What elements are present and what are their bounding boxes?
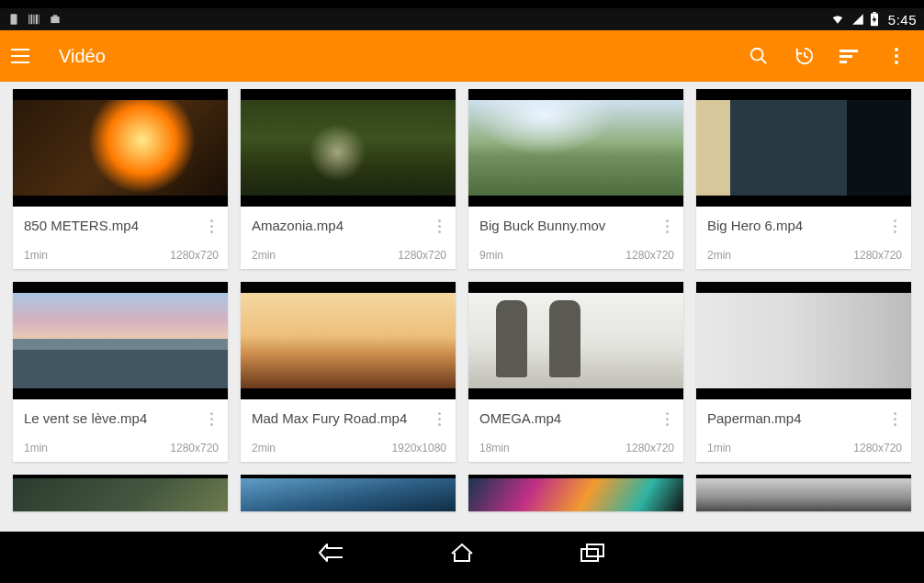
video-more-button[interactable]	[885, 410, 904, 426]
app-bar: Vidéo	[0, 30, 924, 82]
video-grid: 850 METERS.mp4 1min 1280x720 Amazonia.mp…	[13, 89, 911, 511]
cell-signal-icon	[851, 13, 864, 26]
video-title: Paperman.mp4	[707, 410, 885, 429]
sort-button[interactable]	[839, 45, 862, 67]
home-button[interactable]	[447, 538, 477, 567]
device-frame-top	[0, 0, 924, 8]
history-button[interactable]	[794, 45, 816, 67]
svg-rect-5	[39, 15, 39, 25]
video-thumbnail	[241, 282, 456, 399]
video-resolution: 1920x1080	[392, 442, 446, 454]
svg-rect-0	[11, 14, 17, 25]
svg-rect-1	[28, 15, 29, 25]
store-icon	[48, 13, 62, 26]
video-title: 850 METERS.mp4	[24, 218, 202, 236]
recents-icon	[580, 543, 605, 563]
video-duration: 9min	[479, 249, 503, 262]
recents-button[interactable]	[578, 538, 607, 567]
overflow-menu-button[interactable]	[885, 45, 907, 67]
video-card[interactable]: Big Buck Bunny.mov 9min 1280x720	[468, 89, 683, 269]
video-card[interactable]	[241, 475, 456, 511]
video-more-button[interactable]	[202, 410, 220, 426]
video-duration: 1min	[24, 249, 48, 262]
system-nav-bar	[0, 532, 924, 574]
video-resolution: 1280x720	[170, 442, 219, 454]
svg-rect-10	[581, 549, 598, 561]
video-grid-container: 850 METERS.mp4 1min 1280x720 Amazonia.mp…	[0, 82, 924, 532]
video-title: Mad Max Fury Road.mp4	[252, 410, 430, 429]
status-bar: 5:45	[0, 8, 924, 30]
back-button[interactable]	[317, 538, 346, 567]
video-title: OMEGA.mp4	[479, 410, 658, 429]
video-thumbnail	[468, 282, 683, 399]
video-duration: 1min	[24, 442, 48, 454]
video-duration: 18min	[479, 442, 510, 454]
video-more-button[interactable]	[658, 410, 676, 426]
video-more-button[interactable]	[885, 218, 904, 233]
page-title: Vidéo	[59, 46, 106, 67]
video-thumbnail	[241, 475, 456, 511]
video-thumbnail	[468, 89, 683, 207]
barcode-icon	[28, 13, 40, 26]
video-title: Amazonia.mp4	[252, 218, 430, 236]
video-card[interactable]	[468, 475, 683, 511]
video-thumbnail	[13, 475, 228, 511]
wifi-icon	[829, 13, 846, 26]
video-thumbnail	[696, 282, 911, 399]
video-resolution: 1280x720	[170, 249, 219, 262]
back-icon	[318, 542, 345, 564]
search-button[interactable]	[748, 45, 770, 67]
device-frame-bottom	[0, 574, 924, 583]
svg-rect-4	[36, 15, 38, 25]
video-card[interactable]: OMEGA.mp4 18min 1280x720	[468, 282, 683, 462]
video-thumbnail	[241, 89, 456, 207]
video-duration: 2min	[252, 249, 276, 262]
status-clock: 5:45	[888, 12, 917, 28]
video-more-button[interactable]	[430, 218, 448, 233]
video-card[interactable]	[13, 475, 228, 511]
video-title: Big Hero 6.mp4	[707, 218, 885, 236]
video-more-button[interactable]	[430, 410, 448, 426]
video-card[interactable]: Le vent se lève.mp4 1min 1280x720	[13, 282, 228, 462]
video-card[interactable]: Mad Max Fury Road.mp4 2min 1920x1080	[241, 282, 456, 462]
video-duration: 1min	[707, 442, 731, 454]
video-title: Le vent se lève.mp4	[24, 410, 202, 429]
video-more-button[interactable]	[658, 218, 676, 233]
battery-charging-icon	[870, 12, 879, 27]
video-resolution: 1280x720	[625, 442, 674, 454]
search-icon	[749, 46, 769, 66]
video-card[interactable]: Amazonia.mp4 2min 1280x720	[241, 89, 456, 269]
video-thumbnail	[13, 282, 228, 399]
svg-rect-3	[33, 15, 34, 25]
history-icon	[794, 46, 815, 66]
video-resolution: 1280x720	[625, 249, 674, 262]
svg-rect-11	[587, 544, 603, 556]
video-card[interactable]: 850 METERS.mp4 1min 1280x720	[13, 89, 228, 269]
video-resolution: 1280x720	[853, 249, 902, 262]
video-thumbnail	[13, 89, 228, 207]
home-icon	[449, 542, 475, 564]
video-resolution: 1280x720	[853, 442, 902, 454]
video-card[interactable]: Paperman.mp4 1min 1280x720	[696, 282, 911, 462]
svg-rect-2	[31, 15, 33, 25]
svg-line-9	[761, 59, 767, 64]
video-thumbnail	[696, 475, 911, 511]
video-card[interactable]: Big Hero 6.mp4 2min 1280x720	[696, 89, 911, 269]
svg-rect-7	[873, 12, 875, 14]
portrait-lock-icon	[7, 13, 20, 26]
svg-point-8	[751, 49, 763, 61]
menu-icon[interactable]	[11, 43, 37, 69]
video-resolution: 1280x720	[398, 249, 446, 262]
video-thumbnail	[468, 475, 683, 511]
video-title: Big Buck Bunny.mov	[479, 218, 658, 236]
video-thumbnail	[696, 89, 911, 207]
video-card[interactable]	[696, 475, 911, 511]
video-more-button[interactable]	[202, 218, 220, 233]
video-duration: 2min	[252, 442, 276, 454]
video-duration: 2min	[707, 249, 731, 262]
